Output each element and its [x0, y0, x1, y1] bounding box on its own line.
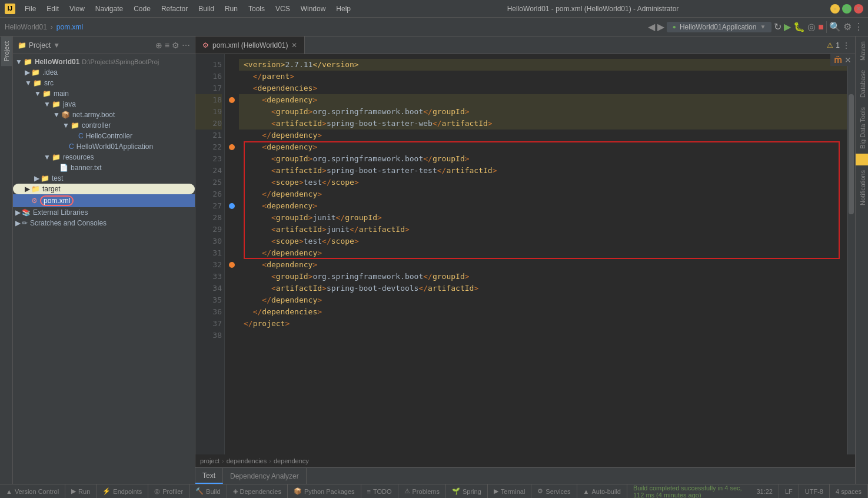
more-button[interactable]: ⋮ [854, 21, 863, 32]
status-autobuild[interactable]: ▲ Auto-build [577, 484, 627, 498]
menu-navigate[interactable]: Navigate [91, 4, 128, 14]
menu-tools[interactable]: Tools [244, 4, 270, 14]
tree-banner[interactable]: ▶ 📄 banner.txt [13, 162, 195, 173]
build-icon: 🔨 [195, 487, 204, 495]
editor-tab-pomxml[interactable]: ⚙ pom.xml (HelloWorld01) ✕ [195, 36, 305, 54]
menu-code[interactable]: Code [129, 4, 155, 14]
stop-button[interactable]: ■ [818, 22, 824, 32]
forward-button[interactable]: ▶ [657, 21, 664, 32]
maximize-button[interactable]: □ [842, 4, 852, 14]
back-button[interactable]: ◀ [648, 21, 655, 32]
tab-dependency-analyzer[interactable]: Dependency Analyzer [223, 468, 307, 484]
run-button[interactable]: ▶ [784, 21, 791, 32]
menu-refactor[interactable]: Refactor [157, 4, 192, 14]
coverage-button[interactable]: ◎ [807, 21, 816, 32]
menu-window[interactable]: Window [296, 4, 331, 14]
maven-icon[interactable]: m̈ [834, 55, 842, 65]
breadcrumb-dependencies[interactable]: dependencies [227, 457, 267, 464]
menu-file[interactable]: File [20, 4, 41, 14]
menu-run[interactable]: Run [220, 4, 242, 14]
vtab-project[interactable]: Project [1, 36, 12, 66]
vtab-notifications[interactable]: Notifications [856, 165, 868, 210]
breadcrumb-project[interactable]: project [200, 457, 220, 464]
tree-target[interactable]: ▶ 📁 target [13, 184, 195, 194]
status-linesep[interactable]: LF [779, 484, 799, 498]
status-build[interactable]: 🔨 Build [189, 484, 227, 498]
minimize-button[interactable]: － [830, 4, 840, 14]
status-terminal[interactable]: ▶ Terminal [488, 484, 532, 498]
tree-ext-libs[interactable]: ▶ 📚 External Libraries [13, 207, 195, 218]
status-todo[interactable]: ≡ TODO [361, 484, 398, 498]
status-run[interactable]: ▶ Run [65, 484, 97, 498]
menu-build[interactable]: Build [194, 4, 219, 14]
status-problems[interactable]: ⚠ Problems [398, 484, 446, 498]
tab-close-icon[interactable]: ✕ [291, 41, 297, 49]
spring-icon: 🌱 [452, 487, 460, 495]
breadcrumb: project › dependencies › dependency [195, 454, 855, 467]
tree-resources[interactable]: ▼ 📁 resources [13, 152, 195, 162]
menu-help[interactable]: Help [331, 4, 355, 14]
status-profiler[interactable]: ◎ Profiler [148, 484, 189, 498]
panel-dropdown-icon[interactable]: ▼ [53, 41, 60, 49]
status-spring[interactable]: 🌱 Spring [446, 484, 488, 498]
tree-test[interactable]: ▶ 📁 test [13, 173, 195, 184]
menu-vcs[interactable]: VCS [271, 4, 295, 14]
tree-hellocontroller[interactable]: ▶ C HelloController [13, 131, 195, 141]
editor-area: ⚙ pom.xml (HelloWorld01) ✕ ⚠ 1 ⋮ m̈ ✕ [195, 36, 855, 484]
search-button[interactable]: 🔍 [829, 21, 841, 32]
breadcrumb-sep-1: › [222, 457, 224, 464]
status-encoding[interactable]: UTF-8 [799, 484, 830, 498]
tree-main[interactable]: ▼ 📁 main [13, 88, 195, 99]
line-number-gutter: 15 16 17 18 19 20 21 22 23 24 25 26 27 2… [195, 54, 225, 454]
run-config-selector[interactable]: ● HelloWorld01Application ▼ [667, 22, 771, 32]
deps-label: Dependencies [240, 488, 281, 495]
panel-scroll-icon[interactable]: ⊕ [155, 41, 162, 50]
panel-collapse-icon[interactable]: ≡ [165, 41, 169, 50]
code-line-25: <scope>test</scope> [239, 177, 847, 188]
vtab-bigdata[interactable]: Big Data Tools [856, 102, 868, 154]
settings-button[interactable]: ⚙ [843, 21, 852, 32]
panel-settings-icon[interactable]: ⚙ [172, 41, 179, 50]
status-indent[interactable]: 4 spaces [830, 484, 868, 498]
status-bar: ▲ Version Control ▶ Run ⚡ Endpoints ◎ Pr… [0, 484, 868, 498]
code-content[interactable]: <version>2.7.11</version> </parent> <dep… [239, 54, 847, 454]
tree-controller[interactable]: ▼ 📁 controller [13, 120, 195, 131]
tree-src[interactable]: ▼ 📁 src [13, 78, 195, 88]
warning-count-icon: ⚠ [827, 41, 833, 49]
problems-icon: ⚠ [404, 487, 410, 495]
status-python[interactable]: 📦 Python Packages [288, 484, 361, 498]
tree-application[interactable]: ▶ C HelloWorld01Application [13, 141, 195, 152]
saview-indicator[interactable] [856, 154, 868, 165]
panel-more-icon[interactable]: ⋯ [182, 41, 190, 50]
menu-edit[interactable]: Edit [42, 4, 64, 14]
tab-text[interactable]: Text [195, 468, 223, 484]
gutter-markers [225, 54, 239, 454]
status-services[interactable]: ⚙ Services [531, 484, 577, 498]
status-dependencies[interactable]: ◈ Dependencies [227, 484, 288, 498]
vtab-maven[interactable]: Maven [856, 36, 868, 65]
debug-button[interactable]: 🐛 [793, 21, 805, 32]
code-line-26: </dependency> [239, 188, 847, 200]
warning-count: 1 [836, 41, 840, 49]
tree-scratches[interactable]: ▶ ✏ Scratches and Consoles [13, 218, 195, 228]
vertical-scrollbar[interactable] [847, 54, 855, 454]
tree-root[interactable]: ▼ 📁 HelloWorld01 D:\Projects\SpringBootP… [13, 57, 195, 67]
tab-more-icon[interactable]: ⋮ [842, 41, 850, 50]
tree-package[interactable]: ▼ 📦 net.army.boot [13, 109, 195, 120]
status-version-control[interactable]: ▲ Version Control [0, 484, 65, 498]
breadcrumb-dependency[interactable]: dependency [274, 457, 309, 464]
window-title: HelloWorld01 - pom.xml (HelloWorld01) - … [507, 5, 679, 13]
tree-java[interactable]: ▼ 📁 java [13, 99, 195, 109]
tree-idea[interactable]: ▶ 📁 .idea [13, 67, 195, 78]
code-line-30: <scope>test</scope> [239, 235, 847, 247]
menu-bar[interactable]: // render menu items inline File Edit Vi… [20, 4, 355, 14]
tree-pomxml[interactable]: ▶ ⚙ pom.xml [13, 194, 195, 207]
status-position[interactable]: 31:22 [750, 484, 779, 498]
vtab-database[interactable]: Database [856, 65, 868, 102]
close-button[interactable]: ✕ [854, 4, 863, 14]
menu-view[interactable]: View [65, 4, 89, 14]
maven-close-icon[interactable]: ✕ [844, 55, 852, 65]
code-line-15: <version>2.7.11</version> [239, 59, 847, 71]
status-endpoints[interactable]: ⚡ Endpoints [97, 484, 148, 498]
refresh-button[interactable]: ↻ [774, 21, 781, 32]
